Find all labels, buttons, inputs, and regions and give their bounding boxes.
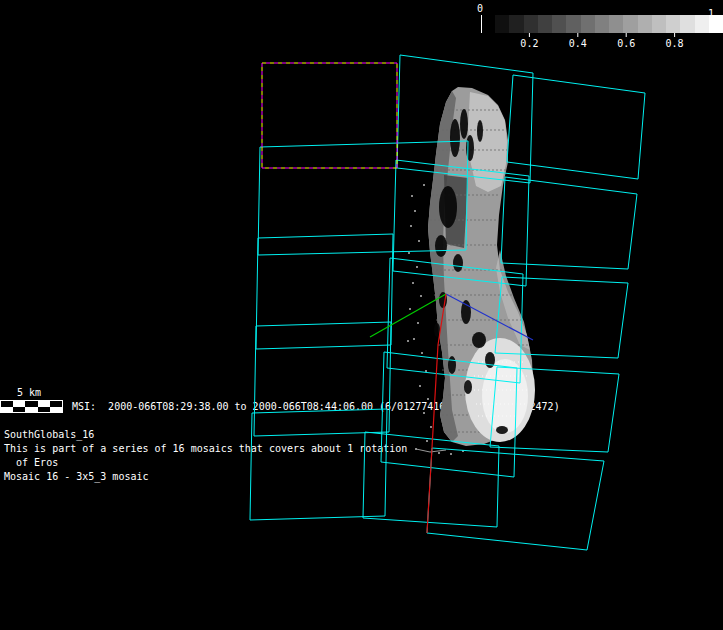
highlighted-footprint [262, 63, 397, 168]
mosaic-footprint [256, 234, 393, 349]
annotation-mosaic-name: SouthGlobals_16 [4, 428, 94, 441]
mosaic-footprint [250, 409, 387, 520]
render-viewport[interactable]: 0 1 0.20.40.60.8 5 km MSI: 2000-066T08:2… [0, 0, 723, 630]
mosaic-footprint [507, 75, 645, 179]
mosaic-footprint-wireframes [250, 55, 645, 550]
annotation-description-1: This is part of a series of 16 mosaics t… [4, 442, 407, 455]
colorbar-tick-label: 0.6 [617, 37, 635, 50]
annotation-mosaic-layout: Mosaic 16 - 3x5_3 mosaic [4, 470, 149, 483]
mosaic-footprint [427, 448, 604, 550]
colorbar-tick-label: 0.2 [520, 37, 538, 50]
colorbar-min-label: 0 [477, 2, 483, 15]
scene-canvas [0, 0, 723, 630]
mosaic-footprint [501, 177, 637, 269]
mosaic-footprint [495, 277, 628, 358]
annotation-description-2: of Eros [4, 456, 58, 469]
axis-red [427, 294, 446, 533]
axis-green [370, 294, 446, 337]
scale-bar-label: 5 km [17, 386, 41, 399]
mosaic-footprint [254, 322, 391, 436]
colorbar-max-label: 1 [708, 7, 714, 20]
status-line: MSI: 2000-066T08:29:38.00 to 2000-066T08… [72, 400, 560, 413]
colorbar [481, 15, 723, 37]
mosaic-footprint [387, 258, 523, 383]
colorbar-tick-label: 0.8 [666, 37, 684, 50]
scale-bar-checker [1, 401, 63, 413]
colorbar-tick-label: 0.4 [569, 37, 587, 50]
mosaic-footprint [258, 141, 468, 255]
mosaic-footprint [397, 55, 533, 183]
body-axes [370, 294, 533, 533]
axis-blue [446, 294, 533, 340]
mosaic-footprint [393, 160, 529, 286]
mosaic-footprint [381, 352, 517, 477]
